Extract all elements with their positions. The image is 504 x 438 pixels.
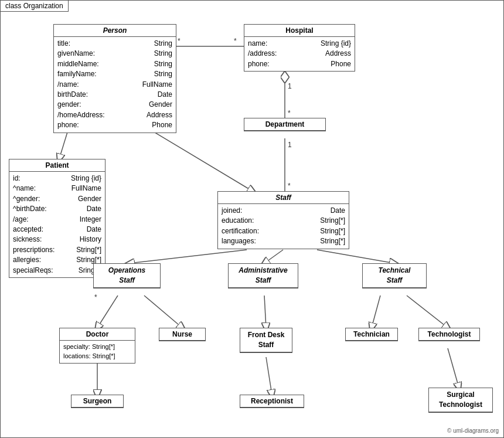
svg-text:1: 1	[288, 82, 292, 90]
doctor-title: Doctor	[60, 328, 135, 341]
tech-staff-box: TechnicalStaff	[362, 263, 427, 288]
svg-line-26	[448, 348, 459, 388]
svg-line-21	[264, 296, 266, 328]
technologist-box: Technologist	[418, 328, 480, 341]
staff-box: Staff joined:Date education:String[*] ce…	[217, 191, 349, 249]
svg-line-17	[264, 250, 283, 263]
person-attrs: title:String givenName:String middleName…	[54, 37, 176, 133]
staff-attrs: joined:Date education:String[*] certific…	[218, 204, 349, 249]
front-desk-box: Front DeskStaff	[240, 328, 292, 353]
technologist-title: Technologist	[419, 328, 479, 341]
technician-box: Technician	[345, 328, 398, 341]
ops-staff-box: OperationsStaff	[93, 263, 161, 288]
surgeon-box: Surgeon	[71, 395, 124, 408]
copyright: © uml-diagrams.org	[447, 427, 499, 434]
svg-text:*: *	[234, 37, 237, 45]
svg-line-18	[317, 250, 394, 263]
diagram-container: class Organization * * 1 * 1 *	[0, 0, 504, 438]
tech-staff-title: TechnicalStaff	[363, 264, 426, 288]
patient-box: Patient id:String {id} ^name:FullName ^g…	[9, 159, 105, 278]
doctor-attrs: specialty: String[*] locations: String[*…	[60, 341, 135, 363]
receptionist-box: Receptionist	[240, 395, 304, 408]
doctor-box: Doctor specialty: String[*] locations: S…	[59, 328, 135, 364]
svg-line-20	[144, 296, 182, 328]
svg-text:*: *	[94, 293, 97, 301]
surgeon-title: Surgeon	[71, 395, 123, 408]
diagram-label: class Organization	[1, 1, 69, 12]
svg-line-23	[407, 296, 448, 328]
svg-text:*: *	[178, 37, 181, 45]
person-box: Person title:String givenName:String mid…	[53, 24, 176, 133]
nurse-title: Nurse	[159, 328, 205, 341]
svg-line-19	[97, 296, 118, 328]
person-title: Person	[54, 25, 176, 37]
svg-text:1: 1	[288, 141, 292, 149]
hospital-box: Hospital name:String {id} /address:Addre…	[244, 24, 355, 72]
svg-line-25	[266, 357, 272, 395]
svg-line-22	[372, 296, 380, 328]
surgical-tech-title: SurgicalTechnologist	[429, 388, 492, 412]
department-title: Department	[244, 118, 325, 131]
hospital-attrs: name:String {id} /address:Address phone:…	[244, 37, 355, 71]
admin-staff-title: AdministrativeStaff	[229, 264, 298, 288]
staff-title: Staff	[218, 192, 349, 204]
technician-title: Technician	[346, 328, 397, 341]
svg-text:*: *	[288, 182, 291, 190]
patient-title: Patient	[9, 159, 105, 172]
ops-staff-title: OperationsStaff	[94, 264, 160, 288]
admin-staff-box: AdministrativeStaff	[228, 263, 298, 288]
nurse-box: Nurse	[159, 328, 206, 341]
front-desk-title: Front DeskStaff	[240, 328, 292, 352]
svg-line-16	[130, 250, 247, 263]
department-box: Department	[244, 118, 326, 131]
patient-attrs: id:String {id} ^name:FullName ^gender:Ge…	[9, 172, 105, 277]
hospital-title: Hospital	[244, 25, 355, 37]
svg-text:*: *	[288, 109, 291, 117]
surgical-tech-box: SurgicalTechnologist	[428, 388, 493, 413]
receptionist-title: Receptionist	[240, 395, 304, 408]
